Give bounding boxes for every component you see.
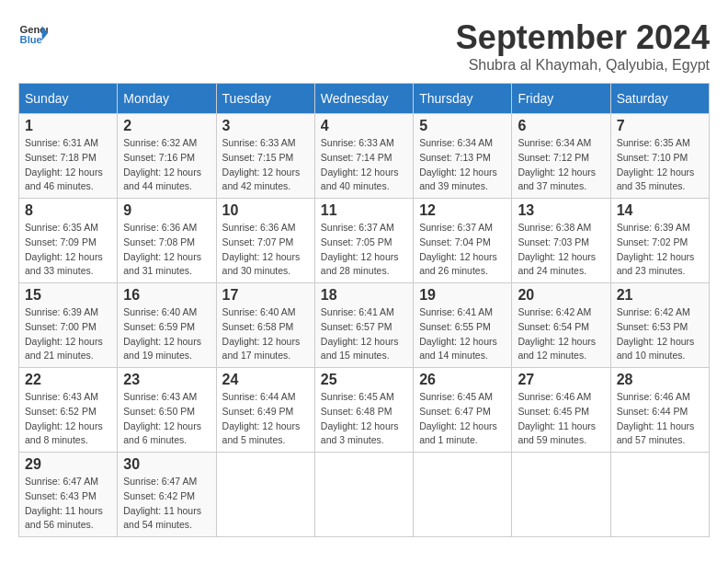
calendar-cell: 24Sunrise: 6:44 AM Sunset: 6:49 PM Dayli… bbox=[216, 368, 314, 453]
calendar-cell: 21Sunrise: 6:42 AM Sunset: 6:53 PM Dayli… bbox=[610, 283, 709, 368]
day-number: 14 bbox=[617, 202, 703, 219]
calendar-cell: 5Sunrise: 6:34 AM Sunset: 7:13 PM Daylig… bbox=[414, 114, 512, 199]
day-info: Sunrise: 6:37 AM Sunset: 7:04 PM Dayligh… bbox=[419, 221, 506, 279]
day-info: Sunrise: 6:41 AM Sunset: 6:57 PM Dayligh… bbox=[321, 305, 407, 363]
calendar-cell: 10Sunrise: 6:36 AM Sunset: 7:07 PM Dayli… bbox=[216, 199, 314, 283]
calendar-cell bbox=[314, 453, 413, 537]
day-info: Sunrise: 6:35 AM Sunset: 7:09 PM Dayligh… bbox=[25, 221, 111, 279]
day-info: Sunrise: 6:41 AM Sunset: 6:55 PM Dayligh… bbox=[419, 305, 506, 363]
day-info: Sunrise: 6:43 AM Sunset: 6:52 PM Dayligh… bbox=[25, 390, 111, 448]
day-number: 8 bbox=[25, 202, 111, 219]
day-info: Sunrise: 6:45 AM Sunset: 6:47 PM Dayligh… bbox=[419, 390, 506, 448]
svg-text:Blue: Blue bbox=[20, 34, 42, 45]
day-number: 11 bbox=[321, 202, 407, 219]
calendar-cell: 27Sunrise: 6:46 AM Sunset: 6:45 PM Dayli… bbox=[512, 368, 610, 453]
day-number: 25 bbox=[321, 372, 407, 388]
day-number: 27 bbox=[518, 372, 604, 388]
calendar-week-2: 8Sunrise: 6:35 AM Sunset: 7:09 PM Daylig… bbox=[19, 199, 710, 283]
day-number: 19 bbox=[419, 287, 506, 304]
day-info: Sunrise: 6:35 AM Sunset: 7:10 PM Dayligh… bbox=[617, 136, 703, 194]
day-info: Sunrise: 6:32 AM Sunset: 7:16 PM Dayligh… bbox=[123, 136, 210, 194]
header-monday: Monday bbox=[118, 84, 216, 114]
location-title: Shubra al Khaymah, Qalyubia, Egypt bbox=[456, 57, 710, 74]
day-number: 15 bbox=[25, 287, 111, 304]
day-info: Sunrise: 6:39 AM Sunset: 7:02 PM Dayligh… bbox=[617, 221, 703, 279]
day-info: Sunrise: 6:34 AM Sunset: 7:12 PM Dayligh… bbox=[518, 136, 604, 194]
calendar-week-5: 29Sunrise: 6:47 AM Sunset: 6:43 PM Dayli… bbox=[19, 453, 710, 537]
day-number: 23 bbox=[123, 372, 210, 388]
calendar-cell bbox=[512, 453, 610, 537]
day-info: Sunrise: 6:44 AM Sunset: 6:49 PM Dayligh… bbox=[222, 390, 309, 448]
day-info: Sunrise: 6:47 AM Sunset: 6:42 PM Dayligh… bbox=[123, 475, 210, 533]
calendar-cell: 8Sunrise: 6:35 AM Sunset: 7:09 PM Daylig… bbox=[19, 199, 118, 283]
day-info: Sunrise: 6:46 AM Sunset: 6:44 PM Dayligh… bbox=[617, 390, 703, 448]
day-number: 17 bbox=[222, 287, 309, 304]
day-info: Sunrise: 6:33 AM Sunset: 7:15 PM Dayligh… bbox=[222, 136, 309, 194]
calendar-cell: 9Sunrise: 6:36 AM Sunset: 7:08 PM Daylig… bbox=[118, 199, 216, 283]
calendar-cell: 13Sunrise: 6:38 AM Sunset: 7:03 PM Dayli… bbox=[512, 199, 610, 283]
day-number: 6 bbox=[518, 118, 604, 134]
header-saturday: Saturday bbox=[610, 84, 709, 114]
calendar-table: Sunday Monday Tuesday Wednesday Thursday… bbox=[18, 83, 710, 537]
calendar-cell: 11Sunrise: 6:37 AM Sunset: 7:05 PM Dayli… bbox=[314, 199, 413, 283]
day-number: 20 bbox=[518, 287, 604, 304]
day-number: 7 bbox=[617, 118, 703, 134]
day-info: Sunrise: 6:38 AM Sunset: 7:03 PM Dayligh… bbox=[518, 221, 604, 279]
day-number: 18 bbox=[321, 287, 407, 304]
header-wednesday: Wednesday bbox=[314, 84, 413, 114]
day-number: 12 bbox=[419, 202, 506, 219]
logo-icon: General Blue bbox=[18, 18, 48, 48]
calendar-cell: 23Sunrise: 6:43 AM Sunset: 6:50 PM Dayli… bbox=[118, 368, 216, 453]
day-number: 3 bbox=[222, 118, 309, 134]
day-number: 4 bbox=[321, 118, 407, 134]
calendar-cell: 14Sunrise: 6:39 AM Sunset: 7:02 PM Dayli… bbox=[610, 199, 709, 283]
day-info: Sunrise: 6:42 AM Sunset: 6:53 PM Dayligh… bbox=[617, 305, 703, 363]
calendar-cell: 3Sunrise: 6:33 AM Sunset: 7:15 PM Daylig… bbox=[216, 114, 314, 199]
logo: General Blue bbox=[18, 18, 48, 48]
day-info: Sunrise: 6:34 AM Sunset: 7:13 PM Dayligh… bbox=[419, 136, 506, 194]
title-section: September 2024 Shubra al Khaymah, Qalyub… bbox=[456, 18, 710, 74]
calendar-cell: 17Sunrise: 6:40 AM Sunset: 6:58 PM Dayli… bbox=[216, 283, 314, 368]
header-tuesday: Tuesday bbox=[216, 84, 314, 114]
day-info: Sunrise: 6:33 AM Sunset: 7:14 PM Dayligh… bbox=[321, 136, 407, 194]
day-info: Sunrise: 6:37 AM Sunset: 7:05 PM Dayligh… bbox=[321, 221, 407, 279]
day-info: Sunrise: 6:36 AM Sunset: 7:07 PM Dayligh… bbox=[222, 221, 309, 279]
day-info: Sunrise: 6:31 AM Sunset: 7:18 PM Dayligh… bbox=[25, 136, 111, 194]
day-number: 24 bbox=[222, 372, 309, 388]
calendar-cell bbox=[610, 453, 709, 537]
calendar-week-3: 15Sunrise: 6:39 AM Sunset: 7:00 PM Dayli… bbox=[19, 283, 710, 368]
day-info: Sunrise: 6:39 AM Sunset: 7:00 PM Dayligh… bbox=[25, 305, 111, 363]
calendar-cell bbox=[216, 453, 314, 537]
day-info: Sunrise: 6:42 AM Sunset: 6:54 PM Dayligh… bbox=[518, 305, 604, 363]
day-info: Sunrise: 6:40 AM Sunset: 6:58 PM Dayligh… bbox=[222, 305, 309, 363]
day-number: 5 bbox=[419, 118, 506, 134]
day-number: 2 bbox=[123, 118, 210, 134]
day-info: Sunrise: 6:45 AM Sunset: 6:48 PM Dayligh… bbox=[321, 390, 407, 448]
day-number: 30 bbox=[123, 456, 210, 473]
day-info: Sunrise: 6:46 AM Sunset: 6:45 PM Dayligh… bbox=[518, 390, 604, 448]
day-number: 10 bbox=[222, 202, 309, 219]
day-number: 16 bbox=[123, 287, 210, 304]
day-number: 9 bbox=[123, 202, 210, 219]
calendar-week-1: 1Sunrise: 6:31 AM Sunset: 7:18 PM Daylig… bbox=[19, 114, 710, 199]
calendar-cell: 28Sunrise: 6:46 AM Sunset: 6:44 PM Dayli… bbox=[610, 368, 709, 453]
day-info: Sunrise: 6:47 AM Sunset: 6:43 PM Dayligh… bbox=[25, 475, 111, 533]
day-number: 21 bbox=[617, 287, 703, 304]
calendar-week-4: 22Sunrise: 6:43 AM Sunset: 6:52 PM Dayli… bbox=[19, 368, 710, 453]
day-info: Sunrise: 6:43 AM Sunset: 6:50 PM Dayligh… bbox=[123, 390, 210, 448]
month-title: September 2024 bbox=[456, 18, 710, 57]
day-number: 29 bbox=[25, 456, 111, 473]
calendar-cell: 20Sunrise: 6:42 AM Sunset: 6:54 PM Dayli… bbox=[512, 283, 610, 368]
calendar-cell: 12Sunrise: 6:37 AM Sunset: 7:04 PM Dayli… bbox=[414, 199, 512, 283]
calendar-cell bbox=[414, 453, 512, 537]
calendar-cell: 16Sunrise: 6:40 AM Sunset: 6:59 PM Dayli… bbox=[118, 283, 216, 368]
calendar-cell: 1Sunrise: 6:31 AM Sunset: 7:18 PM Daylig… bbox=[19, 114, 118, 199]
calendar-cell: 19Sunrise: 6:41 AM Sunset: 6:55 PM Dayli… bbox=[414, 283, 512, 368]
day-info: Sunrise: 6:36 AM Sunset: 7:08 PM Dayligh… bbox=[123, 221, 210, 279]
calendar-cell: 25Sunrise: 6:45 AM Sunset: 6:48 PM Dayli… bbox=[314, 368, 413, 453]
calendar-cell: 7Sunrise: 6:35 AM Sunset: 7:10 PM Daylig… bbox=[610, 114, 709, 199]
day-info: Sunrise: 6:40 AM Sunset: 6:59 PM Dayligh… bbox=[123, 305, 210, 363]
calendar-cell: 26Sunrise: 6:45 AM Sunset: 6:47 PM Dayli… bbox=[414, 368, 512, 453]
calendar-cell: 30Sunrise: 6:47 AM Sunset: 6:42 PM Dayli… bbox=[118, 453, 216, 537]
day-number: 1 bbox=[25, 118, 111, 134]
